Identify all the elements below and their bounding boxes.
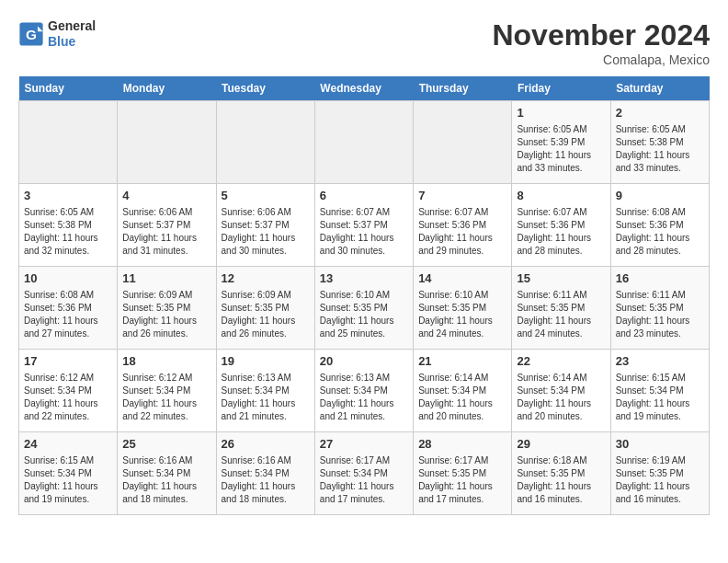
day-info: Sunrise: 6:13 AMSunset: 5:34 PMDaylight:… bbox=[222, 373, 296, 421]
day-info: Sunrise: 6:08 AMSunset: 5:36 PMDaylight:… bbox=[24, 290, 98, 339]
day-number: 21 bbox=[418, 353, 506, 370]
calendar-table: Sunday Monday Tuesday Wednesday Thursday… bbox=[18, 76, 710, 515]
week-row-4: 24Sunrise: 6:15 AMSunset: 5:34 PMDayligh… bbox=[19, 432, 710, 515]
day-info: Sunrise: 6:10 AMSunset: 5:35 PMDaylight:… bbox=[418, 290, 493, 339]
cell-1-4: 7Sunrise: 6:07 AMSunset: 5:36 PMDaylight… bbox=[414, 184, 512, 267]
cell-4-1: 25Sunrise: 6:16 AMSunset: 5:34 PMDayligh… bbox=[118, 432, 216, 515]
cell-3-1: 18Sunrise: 6:12 AMSunset: 5:34 PMDayligh… bbox=[118, 350, 216, 432]
day-info: Sunrise: 6:08 AMSunset: 5:36 PMDaylight:… bbox=[616, 207, 690, 256]
month-title: November 2024 bbox=[492, 18, 710, 52]
day-number: 28 bbox=[418, 436, 506, 453]
cell-1-1: 4Sunrise: 6:06 AMSunset: 5:37 PMDaylight… bbox=[118, 184, 216, 267]
header-monday: Monday bbox=[118, 76, 216, 101]
cell-4-5: 29Sunrise: 6:18 AMSunset: 5:35 PMDayligh… bbox=[512, 432, 610, 515]
cell-4-3: 27Sunrise: 6:17 AMSunset: 5:34 PMDayligh… bbox=[314, 432, 413, 515]
day-number: 25 bbox=[122, 436, 210, 453]
cell-2-1: 11Sunrise: 6:09 AMSunset: 5:35 PMDayligh… bbox=[118, 267, 216, 350]
day-number: 26 bbox=[222, 436, 310, 453]
day-number: 15 bbox=[517, 270, 605, 287]
day-info: Sunrise: 6:07 AMSunset: 5:37 PMDaylight:… bbox=[320, 207, 394, 256]
day-info: Sunrise: 6:09 AMSunset: 5:35 PMDaylight:… bbox=[222, 290, 296, 339]
week-row-0: 1Sunrise: 6:05 AMSunset: 5:39 PMDaylight… bbox=[19, 101, 710, 184]
day-info: Sunrise: 6:07 AMSunset: 5:36 PMDaylight:… bbox=[517, 207, 591, 256]
day-info: Sunrise: 6:14 AMSunset: 5:34 PMDaylight:… bbox=[517, 373, 591, 421]
cell-1-3: 6Sunrise: 6:07 AMSunset: 5:37 PMDaylight… bbox=[314, 184, 413, 267]
day-number: 16 bbox=[616, 270, 704, 287]
header-friday: Friday bbox=[512, 76, 610, 101]
logo-text: General Blue bbox=[48, 18, 96, 50]
cell-4-6: 30Sunrise: 6:19 AMSunset: 5:35 PMDayligh… bbox=[610, 432, 709, 515]
cell-3-0: 17Sunrise: 6:12 AMSunset: 5:34 PMDayligh… bbox=[19, 350, 118, 432]
day-info: Sunrise: 6:19 AMSunset: 5:35 PMDaylight:… bbox=[616, 455, 690, 504]
cell-2-0: 10Sunrise: 6:08 AMSunset: 5:36 PMDayligh… bbox=[19, 267, 118, 350]
day-number: 7 bbox=[418, 188, 506, 204]
cell-0-6: 2Sunrise: 6:05 AMSunset: 5:38 PMDaylight… bbox=[610, 101, 709, 184]
day-number: 17 bbox=[24, 353, 112, 370]
cell-3-5: 22Sunrise: 6:14 AMSunset: 5:34 PMDayligh… bbox=[512, 350, 610, 432]
day-number: 23 bbox=[616, 353, 704, 370]
day-number: 24 bbox=[24, 436, 112, 453]
day-info: Sunrise: 6:15 AMSunset: 5:34 PMDaylight:… bbox=[24, 455, 98, 504]
logo-line1: General bbox=[48, 18, 96, 34]
day-info: Sunrise: 6:11 AMSunset: 5:35 PMDaylight:… bbox=[517, 290, 591, 339]
day-number: 13 bbox=[320, 270, 408, 287]
day-number: 14 bbox=[418, 270, 506, 287]
cell-1-2: 5Sunrise: 6:06 AMSunset: 5:37 PMDaylight… bbox=[216, 184, 314, 267]
day-number: 5 bbox=[222, 188, 310, 204]
cell-0-3 bbox=[314, 101, 413, 184]
location: Comalapa, Mexico bbox=[492, 52, 710, 67]
header-thursday: Thursday bbox=[414, 76, 512, 101]
cell-2-2: 12Sunrise: 6:09 AMSunset: 5:35 PMDayligh… bbox=[216, 267, 314, 350]
cell-3-4: 21Sunrise: 6:14 AMSunset: 5:34 PMDayligh… bbox=[414, 350, 512, 432]
cell-1-6: 9Sunrise: 6:08 AMSunset: 5:36 PMDaylight… bbox=[610, 184, 709, 267]
day-number: 18 bbox=[122, 353, 210, 370]
day-number: 29 bbox=[517, 436, 605, 453]
header-sunday: Sunday bbox=[19, 76, 118, 101]
day-number: 22 bbox=[517, 353, 605, 370]
day-info: Sunrise: 6:17 AMSunset: 5:35 PMDaylight:… bbox=[418, 455, 493, 504]
cell-1-0: 3Sunrise: 6:05 AMSunset: 5:38 PMDaylight… bbox=[19, 184, 118, 267]
cell-0-0 bbox=[19, 101, 118, 184]
day-info: Sunrise: 6:05 AMSunset: 5:39 PMDaylight:… bbox=[517, 124, 591, 173]
cell-4-0: 24Sunrise: 6:15 AMSunset: 5:34 PMDayligh… bbox=[19, 432, 118, 515]
day-number: 30 bbox=[616, 436, 704, 453]
day-info: Sunrise: 6:12 AMSunset: 5:34 PMDaylight:… bbox=[24, 373, 98, 421]
day-info: Sunrise: 6:18 AMSunset: 5:35 PMDaylight:… bbox=[517, 455, 591, 504]
day-info: Sunrise: 6:16 AMSunset: 5:34 PMDaylight:… bbox=[122, 455, 197, 504]
cell-3-6: 23Sunrise: 6:15 AMSunset: 5:34 PMDayligh… bbox=[610, 350, 709, 432]
day-info: Sunrise: 6:09 AMSunset: 5:35 PMDaylight:… bbox=[122, 290, 197, 339]
day-number: 19 bbox=[222, 353, 310, 370]
page-header: G General Blue November 2024 Comalapa, M… bbox=[18, 18, 710, 67]
day-info: Sunrise: 6:06 AMSunset: 5:37 PMDaylight:… bbox=[122, 207, 197, 256]
day-number: 8 bbox=[517, 188, 605, 204]
day-info: Sunrise: 6:14 AMSunset: 5:34 PMDaylight:… bbox=[418, 373, 493, 421]
day-info: Sunrise: 6:06 AMSunset: 5:37 PMDaylight:… bbox=[222, 207, 296, 256]
cell-3-3: 20Sunrise: 6:13 AMSunset: 5:34 PMDayligh… bbox=[314, 350, 413, 432]
day-number: 6 bbox=[320, 188, 408, 204]
cell-4-2: 26Sunrise: 6:16 AMSunset: 5:34 PMDayligh… bbox=[216, 432, 314, 515]
cell-2-4: 14Sunrise: 6:10 AMSunset: 5:35 PMDayligh… bbox=[414, 267, 512, 350]
calendar-body: 1Sunrise: 6:05 AMSunset: 5:39 PMDaylight… bbox=[19, 101, 710, 515]
day-number: 3 bbox=[24, 188, 112, 204]
day-info: Sunrise: 6:15 AMSunset: 5:34 PMDaylight:… bbox=[616, 373, 690, 421]
cell-2-5: 15Sunrise: 6:11 AMSunset: 5:35 PMDayligh… bbox=[512, 267, 610, 350]
title-block: November 2024 Comalapa, Mexico bbox=[492, 18, 710, 67]
day-number: 9 bbox=[616, 188, 704, 204]
day-info: Sunrise: 6:16 AMSunset: 5:34 PMDaylight:… bbox=[222, 455, 296, 504]
cell-2-6: 16Sunrise: 6:11 AMSunset: 5:35 PMDayligh… bbox=[610, 267, 709, 350]
header-saturday: Saturday bbox=[610, 76, 709, 101]
day-info: Sunrise: 6:07 AMSunset: 5:36 PMDaylight:… bbox=[418, 207, 493, 256]
day-number: 2 bbox=[616, 105, 704, 121]
day-info: Sunrise: 6:05 AMSunset: 5:38 PMDaylight:… bbox=[616, 124, 690, 173]
day-info: Sunrise: 6:10 AMSunset: 5:35 PMDaylight:… bbox=[320, 290, 394, 339]
day-info: Sunrise: 6:12 AMSunset: 5:34 PMDaylight:… bbox=[122, 373, 197, 421]
day-info: Sunrise: 6:11 AMSunset: 5:35 PMDaylight:… bbox=[616, 290, 690, 339]
day-number: 12 bbox=[222, 270, 310, 287]
cell-0-1 bbox=[118, 101, 216, 184]
cell-2-3: 13Sunrise: 6:10 AMSunset: 5:35 PMDayligh… bbox=[314, 267, 413, 350]
week-row-1: 3Sunrise: 6:05 AMSunset: 5:38 PMDaylight… bbox=[19, 184, 710, 267]
svg-text:G: G bbox=[26, 26, 37, 41]
cell-3-2: 19Sunrise: 6:13 AMSunset: 5:34 PMDayligh… bbox=[216, 350, 314, 432]
week-row-3: 17Sunrise: 6:12 AMSunset: 5:34 PMDayligh… bbox=[19, 350, 710, 432]
header-row: Sunday Monday Tuesday Wednesday Thursday… bbox=[19, 76, 710, 101]
